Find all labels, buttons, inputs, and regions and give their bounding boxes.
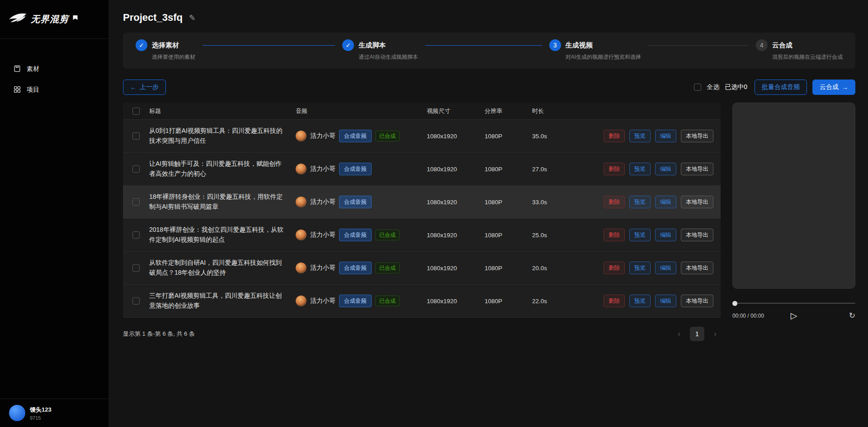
edit-button[interactable]: 编辑 bbox=[655, 295, 676, 307]
delete-button[interactable]: 删除 bbox=[604, 262, 625, 274]
video-preview-panel: 00:00 / 00:00 ▷ ↻ bbox=[732, 103, 855, 321]
audio-avatar bbox=[296, 263, 307, 273]
row-size: 1080x1920 bbox=[427, 265, 485, 272]
local-export-button[interactable]: 本地导出 bbox=[681, 262, 713, 274]
row-title: 让AI剪辑触手可及：四川爱趣五科技，赋能创作者高效生产力的初心 bbox=[149, 159, 296, 178]
step-generate-video: 3 生成视频 对AI生成的视频进行预览和选择 bbox=[549, 39, 756, 61]
delete-button[interactable]: 删除 bbox=[604, 163, 625, 175]
prev-page-icon[interactable]: ‹ bbox=[674, 330, 684, 338]
logo-badge-icon bbox=[72, 15, 78, 23]
app-logo: 无界混剪 bbox=[0, 0, 108, 39]
synth-audio-button[interactable]: 合成音频 bbox=[339, 262, 372, 274]
local-export-button[interactable]: 本地导出 bbox=[681, 295, 713, 307]
col-size: 视频尺寸 bbox=[427, 107, 485, 115]
sidebar: 无界混剪 素材 项目 bbox=[0, 0, 108, 427]
select-all-checkbox[interactable] bbox=[694, 84, 701, 91]
preview-button[interactable]: 预览 bbox=[629, 262, 651, 274]
delete-button[interactable]: 删除 bbox=[604, 130, 625, 142]
col-resolution: 分辨率 bbox=[485, 107, 532, 115]
edit-button[interactable]: 编辑 bbox=[655, 163, 676, 175]
refresh-icon[interactable]: ↻ bbox=[849, 311, 855, 320]
table-body: 从0到1打磨AI视频剪辑工具：四川爱趣五科技的技术突围与用户信任 活力小哥 合成… bbox=[123, 120, 721, 318]
row-duration: 33.0s bbox=[532, 199, 582, 206]
synth-audio-button[interactable]: 合成音频 bbox=[339, 130, 372, 142]
audio-avatar bbox=[296, 197, 307, 207]
audio-name: 活力小哥 bbox=[310, 264, 335, 272]
local-export-button[interactable]: 本地导出 bbox=[681, 163, 713, 175]
step-desc: 对AI生成的视频进行预览和选择 bbox=[566, 53, 641, 61]
table-row: 2018年裸辞创业：我创立四川爱趣五科技，从软件定制到AI视频剪辑的起点 活力小… bbox=[123, 219, 721, 252]
select-all-label: 全选 bbox=[707, 83, 719, 91]
synth-audio-button[interactable]: 合成音频 bbox=[339, 163, 372, 175]
audio-avatar bbox=[296, 230, 307, 240]
seek-bar[interactable] bbox=[732, 300, 855, 306]
row-actions: 删除预览编辑本地导出 bbox=[582, 130, 721, 142]
table-row: 从软件定制到自研AI，四川爱趣五科技如何找到破局点？18年创业人的坚持 活力小哥… bbox=[123, 252, 721, 285]
material-icon bbox=[14, 65, 21, 74]
sidebar-item-material[interactable]: 素材 bbox=[0, 59, 108, 80]
table-summary: 显示第 1 条-第 6 条, 共 6 条 bbox=[123, 330, 195, 338]
local-export-button[interactable]: 本地导出 bbox=[681, 130, 713, 142]
sidebar-item-project[interactable]: 项目 bbox=[0, 80, 108, 100]
preview-button[interactable]: 预览 bbox=[629, 295, 651, 307]
app-title: 无界混剪 bbox=[31, 13, 69, 25]
seek-handle[interactable] bbox=[732, 301, 737, 306]
edit-button[interactable]: 编辑 bbox=[655, 262, 676, 274]
row-checkbox[interactable] bbox=[132, 165, 140, 173]
step-connector bbox=[425, 45, 542, 46]
row-checkbox[interactable] bbox=[132, 198, 140, 206]
audio-name: 活力小哥 bbox=[310, 165, 335, 173]
user-name: 馒头123 bbox=[30, 406, 52, 414]
step-connector bbox=[648, 45, 749, 46]
row-title: 从0到1打磨AI视频剪辑工具：四川爱趣五科技的技术突围与用户信任 bbox=[149, 126, 296, 145]
local-export-button[interactable]: 本地导出 bbox=[681, 229, 713, 241]
edit-button[interactable]: 编辑 bbox=[655, 229, 676, 241]
step-title: 云合成 bbox=[772, 39, 843, 51]
synth-audio-button[interactable]: 合成音频 bbox=[339, 196, 372, 208]
batch-synth-audio-button[interactable]: 批量合成音频 bbox=[755, 80, 807, 95]
row-resolution: 1080P bbox=[485, 232, 532, 239]
preview-button[interactable]: 预览 bbox=[629, 163, 651, 175]
edit-button[interactable]: 编辑 bbox=[655, 196, 676, 208]
player-controls: 00:00 / 00:00 ▷ ↻ bbox=[732, 310, 855, 321]
step-cloud-compose: 4 云合成 混剪后的视频在云端进行合成 bbox=[756, 39, 843, 61]
step-check-icon: ✓ bbox=[136, 39, 147, 51]
preview-button[interactable]: 预览 bbox=[629, 229, 651, 241]
page-number[interactable]: 1 bbox=[690, 327, 704, 341]
row-checkbox[interactable] bbox=[132, 231, 140, 239]
audio-avatar bbox=[296, 131, 307, 141]
cloud-compose-button[interactable]: 云合成 → bbox=[812, 80, 855, 95]
step-title: 生成脚本 bbox=[359, 39, 418, 51]
audio-avatar bbox=[296, 164, 307, 174]
user-profile[interactable]: 馒头123 9715 bbox=[0, 399, 108, 427]
synced-badge: 已合成 bbox=[375, 263, 400, 273]
edit-project-name-icon[interactable]: ✎ bbox=[189, 13, 195, 23]
header-checkbox[interactable] bbox=[132, 108, 140, 115]
wing-logo-icon bbox=[8, 13, 27, 26]
row-checkbox[interactable] bbox=[132, 297, 140, 305]
seek-track bbox=[732, 303, 855, 304]
delete-button[interactable]: 删除 bbox=[604, 295, 625, 307]
row-duration: 22.0s bbox=[532, 298, 582, 305]
row-checkbox[interactable] bbox=[132, 132, 140, 140]
delete-button[interactable]: 删除 bbox=[604, 196, 625, 208]
preview-button[interactable]: 预览 bbox=[629, 196, 651, 208]
synced-badge: 已合成 bbox=[375, 230, 400, 240]
row-resolution: 1080P bbox=[485, 298, 532, 305]
step-desc: 混剪后的视频在云端进行合成 bbox=[772, 53, 843, 61]
row-checkbox[interactable] bbox=[132, 264, 140, 272]
play-icon[interactable]: ▷ bbox=[791, 310, 797, 321]
edit-button[interactable]: 编辑 bbox=[655, 130, 676, 142]
synth-audio-button[interactable]: 合成音频 bbox=[339, 295, 372, 307]
step-desc: 通过AI自动生成视频脚本 bbox=[359, 53, 418, 61]
delete-button[interactable]: 删除 bbox=[604, 229, 625, 241]
previous-step-button[interactable]: ← 上一步 bbox=[123, 80, 166, 95]
sidebar-menu: 素材 项目 bbox=[0, 39, 108, 399]
preview-button[interactable]: 预览 bbox=[629, 130, 651, 142]
local-export-button[interactable]: 本地导出 bbox=[681, 196, 713, 208]
synth-audio-button[interactable]: 合成音频 bbox=[339, 229, 372, 241]
table-row: 让AI剪辑触手可及：四川爱趣五科技，赋能创作者高效生产力的初心 活力小哥 合成音… bbox=[123, 153, 721, 186]
page-title: Project_3sfq bbox=[123, 12, 183, 23]
next-page-icon[interactable]: › bbox=[710, 330, 721, 338]
row-title: 三年打磨AI视频剪辑工具，四川爱趣五科技让创意落地的创业故事 bbox=[149, 291, 296, 310]
